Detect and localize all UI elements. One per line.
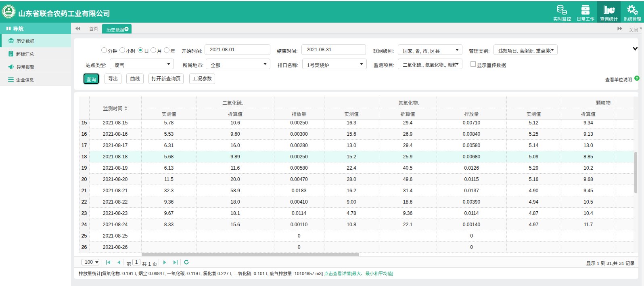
svg-text:?: ?	[636, 76, 638, 80]
svg-text:MEE: MEE	[7, 16, 10, 18]
